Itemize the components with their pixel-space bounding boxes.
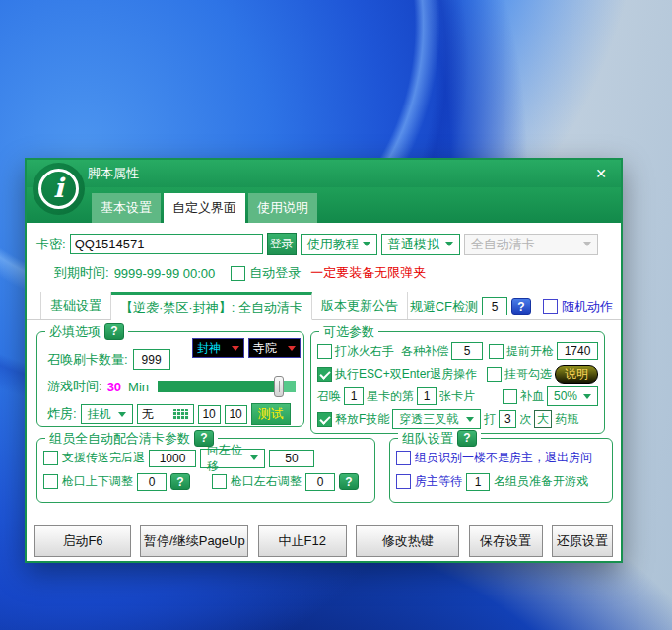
start-button[interactable]: 启动F6 — [34, 525, 131, 557]
simulation-mode-dropdown[interactable]: 普通模拟 — [381, 234, 460, 255]
prefire-checkbox[interactable] — [489, 344, 504, 359]
host-wait-count-input[interactable] — [466, 473, 490, 491]
ice-fire-checkbox[interactable] — [317, 344, 332, 359]
tab-basic-settings[interactable]: 基本设置 — [92, 193, 161, 223]
optional-row-1: 打冰火右手 各种补偿 提前开枪 — [317, 341, 598, 361]
subtab-changelog[interactable]: 版本更新公告 — [312, 292, 408, 319]
optional-params-title: 可选参数 — [319, 323, 378, 340]
card-suffix-label: 张卡片 — [439, 388, 475, 405]
host-wait-suffix: 名组员准备开游戏 — [494, 473, 588, 490]
muzzle-vertical-help-button[interactable]: ? — [170, 473, 190, 490]
window-title: 脚本属性 — [88, 165, 139, 182]
team-settings-help-button[interactable]: ? — [457, 430, 477, 447]
expiry-label: 到期时间: — [54, 264, 109, 282]
game-time-slider-thumb[interactable] — [274, 376, 284, 397]
prefire-label: 提前开枪 — [506, 343, 554, 360]
guage-checkbox[interactable] — [487, 367, 502, 382]
expiry-row: 到期时间: 9999-99-99 00:00 自动登录 一定要装备无限弹夹 — [54, 264, 426, 282]
game-time-slider[interactable] — [158, 381, 296, 392]
f-skill-dropdown[interactable]: 穿透三叉戟 — [392, 409, 481, 429]
prefire-input[interactable] — [557, 342, 598, 360]
titlebar[interactable]: 脚本属性 ✕ — [27, 160, 621, 187]
retreat-distance-input[interactable] — [149, 450, 196, 467]
host-wait-checkbox[interactable] — [396, 474, 411, 489]
clearcard-mode-dropdown-disabled: 全自动清卡 — [464, 234, 598, 255]
cardkey-input[interactable] — [70, 234, 263, 254]
member-params-title: 组员全自动配合清卡参数 ? — [45, 430, 218, 447]
hit-count-input[interactable] — [499, 410, 516, 428]
star-card-input[interactable] — [344, 387, 364, 405]
muzzle-vertical-checkbox[interactable] — [43, 474, 58, 489]
cardkey-row: 卡密: 登录 使用教程 普通模拟 全自动清卡 — [36, 233, 613, 255]
bomb-mode-dropdown[interactable]: 挂机 — [81, 404, 133, 424]
muzzle-horizontal-input[interactable] — [305, 473, 335, 491]
chevron-down-icon — [583, 394, 591, 399]
game-time-value: 30 — [107, 380, 121, 394]
member-params-title-text: 组员全自动配合清卡参数 — [49, 430, 190, 447]
modify-hotkey-button[interactable]: 修改热键 — [356, 525, 459, 557]
f-skill-checkbox[interactable] — [317, 412, 332, 427]
bomb-room-label: 炸房: — [47, 405, 77, 423]
map-dropdown-2[interactable]: 寺院 — [248, 338, 301, 358]
clearcard-mode-value: 全自动清卡 — [471, 236, 535, 253]
cardkey-label: 卡密: — [36, 236, 66, 253]
tab-instructions[interactable]: 使用说明 — [248, 193, 317, 223]
restore-settings-button[interactable]: 还原设置 — [552, 525, 613, 557]
tutorial-dropdown[interactable]: 使用教程 — [301, 234, 377, 255]
shift-direction-dropdown[interactable]: 向左位移 — [200, 449, 265, 468]
ice-fire-label: 打冰火右手 — [335, 343, 394, 360]
muzzle-vertical-label: 枪口上下调整 — [62, 473, 133, 490]
card-index-input[interactable] — [417, 387, 437, 405]
muzzle-horizontal-checkbox[interactable] — [212, 474, 227, 489]
muzzle-horizontal-help-button[interactable]: ? — [339, 473, 359, 490]
save-settings-button[interactable]: 保存设置 — [469, 525, 543, 557]
leave-room-checkbox[interactable] — [396, 451, 411, 465]
team-row-1: 组员识别一楼不是房主，退出房间 — [396, 448, 606, 468]
tab-custom-ui[interactable]: 自定义界面 — [164, 193, 245, 223]
map-dropdown-1-value: 封神 — [197, 340, 221, 357]
member-params-help-button[interactable]: ? — [194, 430, 214, 447]
test-button[interactable]: 测试 — [251, 403, 291, 425]
info-icon-ring: i — [38, 169, 79, 209]
cf-evade-input[interactable] — [482, 297, 507, 315]
random-action-checkbox[interactable] — [543, 299, 558, 314]
compensation-input[interactable] — [451, 342, 483, 360]
support-teleport-checkbox[interactable] — [43, 451, 58, 465]
summon-label: 召唤 — [317, 388, 341, 405]
abort-button[interactable]: 中止F12 — [258, 525, 347, 557]
leave-room-label: 组员识别一楼不是房主，退出房间 — [415, 450, 592, 466]
compensation-label: 各种补偿 — [401, 343, 448, 360]
hit-label: 打 — [484, 411, 496, 428]
heal-checkbox[interactable] — [503, 389, 517, 404]
login-button[interactable]: 登录 — [267, 233, 297, 255]
summon-count-input[interactable] — [133, 349, 170, 370]
auto-login-checkbox[interactable] — [231, 266, 245, 281]
required-options-title: 必填选项 ? — [45, 323, 128, 340]
info-icon-glyph: i — [53, 175, 63, 201]
optional-params-group: 可选参数 打冰火右手 各种补偿 提前开枪 — [310, 331, 605, 434]
game-time-label: 游戏时间: — [47, 378, 102, 395]
member-row-1: 支援传送完后退 向左位移 — [43, 448, 369, 468]
close-icon[interactable]: ✕ — [595, 166, 607, 181]
shift-amount-input[interactable] — [269, 450, 314, 467]
esc-enter-checkbox[interactable] — [317, 367, 332, 382]
bomb-value2-input[interactable] — [225, 405, 247, 424]
required-options-help-button[interactable]: ? — [104, 323, 124, 340]
subtab-auto-clearcard[interactable]: 【逆袭·禁区·封神】: 全自动清卡 — [111, 292, 312, 320]
chevron-down-icon — [363, 242, 370, 246]
subtab-basic-settings[interactable]: 基础设置 — [40, 292, 111, 319]
heal-label: 补血 — [520, 388, 544, 405]
bomb-hotkey-box[interactable]: 无 — [137, 404, 194, 424]
chevron-down-icon — [583, 242, 591, 246]
cf-evade-help-button[interactable]: ? — [511, 298, 531, 315]
team-row-2: 房主等待 名组员准备开游戏 — [396, 471, 606, 492]
pause-resume-button[interactable]: 暂停/继续PageUp — [140, 525, 248, 557]
muzzle-vertical-input[interactable] — [137, 473, 167, 491]
team-settings-title-text: 组队设置 — [402, 430, 453, 447]
heal-percent-dropdown[interactable]: 50% — [547, 386, 598, 406]
summon-count-row: 召唤刷卡数量: — [47, 349, 170, 370]
map-dropdown-1[interactable]: 封神 — [192, 338, 244, 358]
potion-size-box[interactable]: 大 — [534, 410, 552, 428]
explain-button[interactable]: 说明 — [555, 365, 598, 384]
bomb-value1-input[interactable] — [198, 405, 221, 424]
